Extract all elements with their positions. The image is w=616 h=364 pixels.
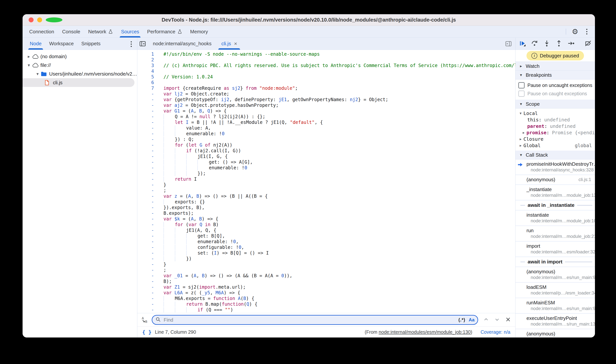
gutter-line-number[interactable]: - bbox=[137, 97, 154, 103]
gutter-line-number[interactable]: - bbox=[137, 148, 154, 154]
close-window-button[interactable] bbox=[29, 17, 34, 22]
find-next-icon[interactable] bbox=[494, 316, 500, 323]
step-into-icon[interactable] bbox=[543, 40, 550, 48]
step-out-icon[interactable] bbox=[555, 40, 562, 48]
section-scope[interactable]: ▾ Scope bbox=[516, 100, 595, 108]
gutter-line-number[interactable]: - bbox=[137, 165, 154, 171]
call-stack-frame[interactable]: (anonymous)node:internal/m…es/run_main:9… bbox=[516, 267, 595, 283]
gutter-line-number[interactable]: - bbox=[137, 108, 154, 114]
chevron-down-icon[interactable]: ▾ bbox=[518, 111, 523, 116]
gutter-line-number[interactable]: - bbox=[137, 114, 154, 119]
section-call-stack[interactable]: ▾ Call Stack bbox=[516, 151, 595, 159]
editor-tab-cli-js[interactable]: cli.js× bbox=[216, 38, 242, 50]
checkbox[interactable] bbox=[518, 82, 525, 89]
tab-performance[interactable]: Performance bbox=[143, 26, 186, 38]
resume-script-icon[interactable] bbox=[519, 40, 526, 48]
gutter-line-number[interactable]: - bbox=[137, 267, 154, 273]
call-stack-frame[interactable]: promiseInitHookWithDestroyTr…node:intern… bbox=[516, 159, 595, 175]
gutter-line-number[interactable]: 3 bbox=[137, 63, 154, 68]
gutter-line-number[interactable]: - bbox=[137, 279, 154, 284]
gutter-line-number[interactable]: - bbox=[137, 131, 154, 137]
gutter-line-number[interactable]: 4 bbox=[137, 68, 154, 74]
navigator-tab-node[interactable]: Node bbox=[26, 38, 45, 50]
call-stack-frame[interactable]: runMainESMnode:internal/m…es/run_main:98 bbox=[516, 298, 595, 314]
call-stack-frame[interactable]: instantiatenode:internal/m…module_job:10… bbox=[516, 210, 595, 226]
tree-item[interactable]: cli.js bbox=[23, 78, 134, 87]
gutter-line-number[interactable]: - bbox=[137, 296, 154, 301]
close-find-icon[interactable] bbox=[505, 316, 511, 323]
scope-group[interactable]: ▸Globalglobal bbox=[516, 142, 595, 149]
gutter-line-number[interactable]: - bbox=[137, 250, 154, 256]
section-watch[interactable]: ▸ Watch bbox=[516, 62, 595, 71]
gutter-line-number[interactable]: - bbox=[137, 188, 154, 193]
gutter-line-number[interactable]: - bbox=[137, 290, 154, 296]
call-stack-frame[interactable]: loadESMnode:internal/p…/esm_loader:34 bbox=[516, 283, 595, 298]
gutter-line-number[interactable]: - bbox=[137, 307, 154, 313]
gutter-line-number[interactable]: - bbox=[137, 193, 154, 199]
chevron-right-icon[interactable]: ▸ bbox=[26, 54, 32, 59]
navigator-tab-workspace[interactable]: Workspace bbox=[45, 38, 78, 50]
scope-variable[interactable]: ▸promise:Promise {<pending>} bbox=[516, 129, 595, 136]
tree-item[interactable]: ▾Users/jinhuilee/.nvm/versions/node/v2… bbox=[23, 69, 137, 78]
step-over-icon[interactable] bbox=[531, 40, 538, 48]
breakpoint-option[interactable]: Pause on caught exceptions bbox=[516, 89, 595, 98]
breakpoint-option[interactable]: Pause on uncaught exceptions bbox=[516, 81, 595, 89]
find-previous-icon[interactable] bbox=[483, 316, 489, 323]
gutter-line-number[interactable]: - bbox=[137, 176, 154, 182]
scope-group[interactable]: ▸Closure bbox=[516, 136, 595, 142]
gutter-line-number[interactable]: 7 bbox=[137, 85, 154, 91]
gutter-line-number[interactable]: - bbox=[137, 205, 154, 210]
tab-console[interactable]: Console bbox=[58, 26, 84, 38]
call-stack-frame[interactable]: importnode:internal/m…esm/loader:329 bbox=[516, 241, 595, 257]
gutter-line-number[interactable]: 1 bbox=[137, 51, 154, 57]
chevron-down-icon[interactable]: ▾ bbox=[34, 71, 41, 76]
tab-connection[interactable]: Connection bbox=[25, 26, 58, 38]
tree-item[interactable]: ▾file:// bbox=[23, 61, 137, 69]
source-map-link[interactable]: node:internal/modules/esm/module_job:130 bbox=[379, 329, 471, 335]
settings-gear-icon[interactable]: ⚙ bbox=[572, 28, 578, 35]
gutter-line-number[interactable]: - bbox=[137, 103, 154, 108]
gutter-line-number[interactable]: - bbox=[137, 119, 154, 125]
call-stack-frame[interactable]: runnode:internal/m…module_job:214 bbox=[516, 226, 595, 241]
navigator-tab-snippets[interactable]: Snippets bbox=[78, 38, 104, 50]
match-case-toggle[interactable]: Aa bbox=[469, 317, 475, 323]
chevron-down-icon[interactable]: ▾ bbox=[26, 63, 32, 68]
gutter-line-number[interactable]: - bbox=[137, 245, 154, 250]
gutter-line-number[interactable]: - bbox=[137, 171, 154, 176]
minimize-window-button[interactable] bbox=[37, 17, 42, 22]
chevron-right-icon[interactable]: ▸ bbox=[518, 137, 523, 141]
regex-toggle[interactable]: (.*) bbox=[458, 317, 465, 323]
gutter-line-number[interactable]: - bbox=[137, 210, 154, 216]
gutter-line-number[interactable]: - bbox=[137, 125, 154, 131]
gutter-line-number[interactable]: - bbox=[137, 199, 154, 205]
call-stack-frame[interactable]: _instantiatenode:internal/m…module_job:1… bbox=[516, 185, 595, 200]
step-icon[interactable] bbox=[567, 40, 575, 48]
gutter-line-number[interactable]: - bbox=[137, 142, 154, 148]
call-stack-frame[interactable]: executeUserEntryPointnode:internal/m…s/r… bbox=[516, 314, 595, 329]
checkbox[interactable] bbox=[518, 91, 525, 97]
tab-sources[interactable]: Sources bbox=[117, 26, 143, 38]
editor-tab-node-internal-async-hooks[interactable]: node:internal/async_hooks bbox=[148, 38, 216, 50]
gutter-line-number[interactable]: - bbox=[137, 284, 154, 290]
call-stack-frame[interactable]: (anonymous)node:internal/m…main_module:2 bbox=[516, 329, 595, 338]
gutter-line-number[interactable]: - bbox=[137, 159, 154, 165]
gutter-line-number[interactable]: 2 bbox=[137, 57, 154, 63]
tab-network[interactable]: Network bbox=[84, 26, 117, 38]
gutter-line-number[interactable]: - bbox=[137, 154, 154, 159]
gutter-line-number[interactable]: - bbox=[137, 91, 154, 97]
gutter-line-number[interactable]: 5 bbox=[137, 74, 154, 80]
chevron-right-icon[interactable]: ▸ bbox=[521, 130, 527, 135]
call-stack-frame[interactable]: (anonymous)cli.js:1 bbox=[516, 175, 595, 185]
replace-toggle-icon[interactable]: AB bbox=[141, 316, 148, 324]
navigator-kebab-icon[interactable] bbox=[128, 42, 134, 45]
gutter-line-number[interactable]: - bbox=[137, 261, 154, 267]
gutter-line-number[interactable]: - bbox=[137, 182, 154, 188]
gutter-line-number[interactable]: - bbox=[137, 216, 154, 222]
gutter-line-number[interactable]: - bbox=[137, 256, 154, 261]
coverage-link[interactable]: Coverage: n/a bbox=[481, 329, 510, 335]
tab-close-icon[interactable]: × bbox=[234, 41, 237, 47]
deactivate-breakpoints-icon[interactable] bbox=[585, 40, 592, 48]
find-input[interactable] bbox=[163, 317, 456, 323]
more-options-kebab-icon[interactable] bbox=[584, 26, 590, 38]
gutter-line-number[interactable]: - bbox=[137, 227, 154, 233]
